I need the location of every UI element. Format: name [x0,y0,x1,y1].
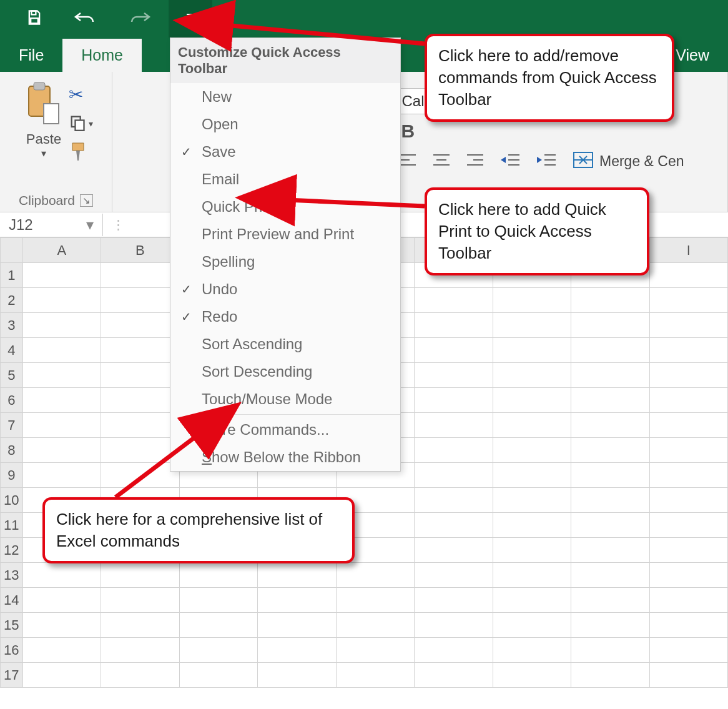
column-header[interactable]: I [649,238,727,263]
cell[interactable] [101,363,180,388]
cell[interactable] [493,388,571,413]
cut-button[interactable]: ✂ [69,84,93,105]
row-header[interactable]: 12 [1,538,23,563]
cell[interactable] [179,638,258,663]
row-header[interactable]: 9 [1,463,23,488]
cell[interactable] [415,613,493,638]
menu-item-quick-print[interactable]: Quick Print [170,193,400,221]
cell[interactable] [649,263,727,288]
cell[interactable] [493,638,571,663]
cell[interactable] [571,313,650,338]
menu-show-below-ribbon[interactable]: Show Below the Ribbon [170,444,400,471]
cell[interactable] [571,388,650,413]
cell[interactable] [649,413,727,438]
cell[interactable] [649,463,727,488]
cell[interactable] [22,313,101,338]
menu-item-email[interactable]: Email [170,166,400,193]
row-header[interactable]: 1 [1,263,23,288]
cell[interactable] [22,588,101,613]
cell[interactable] [649,663,727,688]
cell[interactable] [571,613,650,638]
cell[interactable] [415,413,493,438]
cell[interactable] [101,263,180,288]
cell[interactable] [101,613,180,638]
row-header[interactable]: 17 [1,663,23,688]
cell[interactable] [649,388,727,413]
menu-item-touch-mouse-mode[interactable]: Touch/Mouse Mode [170,385,400,413]
cell[interactable] [493,538,571,563]
menu-item-open[interactable]: Open [170,111,400,138]
copy-button[interactable]: ▾ [69,114,93,133]
menu-item-save[interactable]: ✓Save [170,138,400,166]
menu-item-spelling[interactable]: Spelling [170,248,400,275]
cell[interactable] [336,638,415,663]
cell[interactable] [493,288,571,313]
clipboard-dialog-launcher[interactable]: ↘ [80,194,93,207]
cell[interactable] [101,288,180,313]
cell[interactable] [22,288,101,313]
menu-item-undo[interactable]: ✓Undo [170,275,400,303]
cell[interactable] [571,463,650,488]
cell[interactable] [571,413,650,438]
cell[interactable] [415,288,493,313]
cell[interactable] [415,338,493,363]
menu-item-new[interactable]: New [170,83,400,111]
cell[interactable] [649,513,727,538]
cell[interactable] [493,513,571,538]
cell[interactable] [571,638,650,663]
cell[interactable] [101,388,180,413]
cell[interactable] [493,613,571,638]
cell[interactable] [336,588,415,613]
qat-save-button[interactable] [12,0,56,37]
cell[interactable] [101,313,180,338]
cell[interactable] [22,388,101,413]
cell[interactable] [649,363,727,388]
row-header[interactable]: 10 [1,488,23,513]
cell[interactable] [415,663,493,688]
cell[interactable] [649,288,727,313]
tab-home[interactable]: Home [62,39,142,72]
qat-redo-button[interactable] [112,0,169,37]
cell[interactable] [258,613,337,638]
cell[interactable] [649,338,727,363]
cell[interactable] [22,663,101,688]
cell[interactable] [571,438,650,463]
cell[interactable] [415,538,493,563]
cell[interactable] [336,613,415,638]
cell[interactable] [415,438,493,463]
decrease-indent-button[interactable] [501,153,519,169]
cell[interactable] [22,338,101,363]
row-header[interactable]: 2 [1,288,23,313]
cell[interactable] [493,438,571,463]
cell[interactable] [493,413,571,438]
column-header[interactable]: B [101,238,180,263]
cell[interactable] [649,638,727,663]
cell[interactable] [571,588,650,613]
row-header[interactable]: 4 [1,338,23,363]
cell[interactable] [571,338,650,363]
cell[interactable] [101,588,180,613]
cell[interactable] [22,563,101,588]
row-header[interactable]: 13 [1,563,23,588]
row-header[interactable]: 6 [1,388,23,413]
cell[interactable] [571,288,650,313]
cell[interactable] [415,488,493,513]
cell[interactable] [415,588,493,613]
qat-undo-button[interactable] [56,0,112,37]
cell[interactable] [258,663,337,688]
align-right-button[interactable] [467,153,483,169]
cell[interactable] [415,363,493,388]
cell[interactable] [649,563,727,588]
cell[interactable] [571,363,650,388]
cell[interactable] [649,313,727,338]
row-header[interactable]: 11 [1,513,23,538]
cell[interactable] [649,613,727,638]
cell[interactable] [415,463,493,488]
row-header[interactable]: 5 [1,363,23,388]
cell[interactable] [22,638,101,663]
menu-item-sort-ascending[interactable]: Sort Ascending [170,330,400,358]
cell[interactable] [101,463,180,488]
merge-center-button[interactable]: Merge & Cen [573,152,684,171]
cell[interactable] [415,563,493,588]
cell[interactable] [571,513,650,538]
